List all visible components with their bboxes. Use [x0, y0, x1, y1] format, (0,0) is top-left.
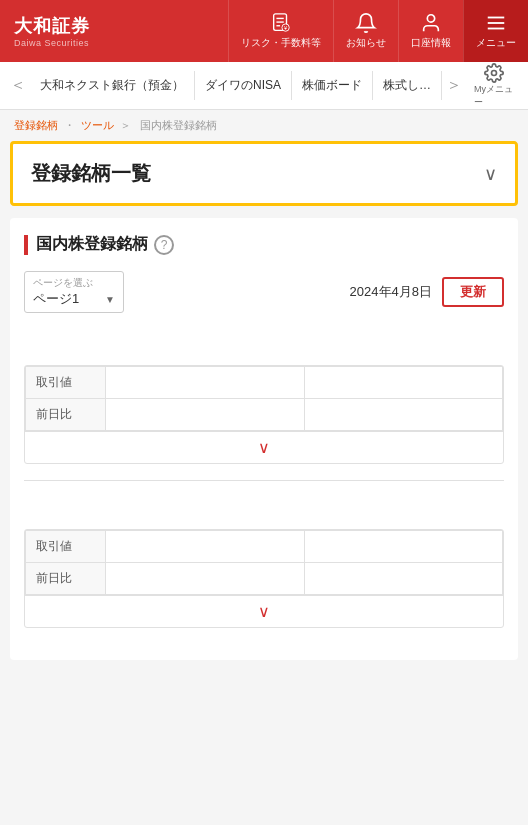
tab-stocks[interactable]: 株式し… — [373, 71, 442, 100]
page-selector-value: ページ1 — [33, 290, 79, 308]
document-icon: ¥ — [270, 12, 292, 34]
main-content: 国内株登録銘柄 ? ページを選ぶ ページ1 ▼ 2024年4月8日 更新 取引値 — [10, 218, 518, 660]
day-change-col3-2 — [304, 563, 503, 595]
trade-value-col2-2 — [106, 531, 305, 563]
breadcrumb: 登録銘柄 ・ ツール ＞ 国内株登録銘柄 — [0, 110, 528, 141]
menu-icon-item[interactable]: メニュー — [463, 0, 528, 62]
expand-button-1[interactable]: ∨ — [25, 431, 503, 463]
expand-button-2[interactable]: ∨ — [25, 595, 503, 627]
trade-value-col2-1 — [106, 367, 305, 399]
trade-value-col3-2 — [304, 531, 503, 563]
my-menu-button[interactable]: Myメニュー — [466, 62, 522, 110]
notice-icon-item[interactable]: お知らせ — [333, 0, 398, 62]
table-row: 前日比 — [26, 563, 503, 595]
page-title: 登録銘柄一覧 — [31, 160, 151, 187]
dropdown-arrow-icon: ▼ — [105, 294, 115, 305]
account-icon — [420, 12, 442, 34]
nav-next-arrow[interactable]: ＞ — [442, 75, 466, 96]
account-label: 口座情報 — [411, 36, 451, 50]
update-button[interactable]: 更新 — [442, 277, 504, 307]
red-accent-bar — [24, 235, 28, 255]
gear-icon — [484, 63, 504, 83]
header-icons: ¥ リスク・手数料等 お知らせ 口座情報 メニュー — [228, 0, 528, 62]
svg-point-6 — [427, 15, 434, 22]
day-change-col2-1 — [106, 399, 305, 431]
tab-nisa[interactable]: ダイワのNISA — [195, 71, 292, 100]
table-row: 取引値 — [26, 531, 503, 563]
stock-name-2 — [24, 493, 504, 529]
risk-fees-label: リスク・手数料等 — [241, 36, 321, 50]
svg-point-10 — [492, 70, 497, 75]
breadcrumb-link-1[interactable]: 登録銘柄 — [14, 119, 58, 131]
help-icon[interactable]: ? — [154, 235, 174, 255]
breadcrumb-sep-1: ・ — [64, 119, 75, 131]
logo-ja: 大和証券 — [14, 14, 106, 38]
logo-en: Daiwa Securities — [14, 38, 106, 48]
day-change-label-2: 前日比 — [26, 563, 106, 595]
stock-data-table-1: 取引値 前日比 — [25, 366, 503, 431]
trade-value-col3-1 — [304, 367, 503, 399]
day-change-col2-2 — [106, 563, 305, 595]
tab-stockboard[interactable]: 株価ボード — [292, 71, 373, 100]
page-selector-label: ページを選ぶ — [33, 276, 115, 290]
header: 大和証券 Daiwa Securities ¥ リスク・手数料等 お知らせ — [0, 0, 528, 62]
bell-icon — [355, 12, 377, 34]
logo: 大和証券 Daiwa Securities — [0, 0, 120, 62]
section-title-box[interactable]: 登録銘柄一覧 ∨ — [10, 141, 518, 206]
stock-data-table-2: 取引値 前日比 — [25, 530, 503, 595]
stock-table-card-2: 取引値 前日比 ∨ — [24, 529, 504, 628]
page-selector-value-row: ページ1 ▼ — [33, 290, 115, 308]
nav-prev-arrow[interactable]: ＜ — [6, 75, 30, 96]
sub-section-title-text: 国内株登録銘柄 — [36, 234, 148, 255]
stock-name-1 — [24, 329, 504, 365]
breadcrumb-link-2[interactable]: ツール — [81, 119, 114, 131]
sub-section-header: 国内株登録銘柄 ? — [24, 234, 504, 255]
nav-tabs: ＜ 大和ネクスト銀行（預金） ダイワのNISA 株価ボード 株式し… ＞ Myメ… — [0, 62, 528, 110]
update-date: 2024年4月8日 — [350, 283, 432, 301]
trade-value-label-2: 取引値 — [26, 531, 106, 563]
update-row: 2024年4月8日 更新 — [350, 277, 504, 307]
section-chevron-icon: ∨ — [484, 163, 497, 185]
day-change-col3-1 — [304, 399, 503, 431]
divider-1 — [24, 480, 504, 481]
menu-label: メニュー — [476, 36, 516, 50]
page-selector-row: ページを選ぶ ページ1 ▼ 2024年4月8日 更新 — [24, 271, 504, 313]
table-row: 取引値 — [26, 367, 503, 399]
stock-table-card-1: 取引値 前日比 ∨ — [24, 365, 504, 464]
tab-bank[interactable]: 大和ネクスト銀行（預金） — [30, 71, 195, 100]
page-selector[interactable]: ページを選ぶ ページ1 ▼ — [24, 271, 124, 313]
my-menu-label: Myメニュー — [474, 83, 514, 109]
hamburger-icon — [485, 12, 507, 34]
table-row: 前日比 — [26, 399, 503, 431]
stock-card-2: 取引値 前日比 ∨ — [24, 493, 504, 628]
breadcrumb-sep-2: ＞ — [120, 119, 134, 131]
breadcrumb-current: 国内株登録銘柄 — [140, 119, 217, 131]
notice-label: お知らせ — [346, 36, 386, 50]
trade-value-label-1: 取引値 — [26, 367, 106, 399]
risk-fees-icon-item[interactable]: ¥ リスク・手数料等 — [228, 0, 333, 62]
account-icon-item[interactable]: 口座情報 — [398, 0, 463, 62]
day-change-label-1: 前日比 — [26, 399, 106, 431]
stock-card-1: 取引値 前日比 ∨ — [24, 329, 504, 464]
